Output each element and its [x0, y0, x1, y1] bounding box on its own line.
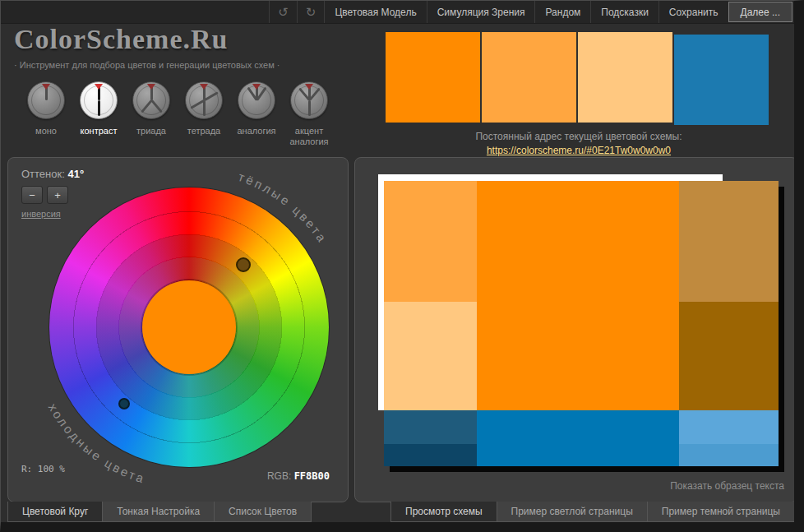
permalink-caption: Постоянный адрес текущей цветовой схемы: [386, 131, 772, 142]
preview-cell-mid-blue [679, 444, 779, 466]
preview-cell-brown [679, 302, 779, 410]
show-sample-text-link[interactable]: Показать образец текста [670, 480, 784, 492]
menu-item-hints[interactable]: Подсказки [590, 1, 658, 23]
color-wheel[interactable] [49, 187, 329, 467]
preview-cell-dark-tan [679, 181, 779, 302]
logo: ColorScheme.Ru · Инструмент для подбора … [14, 24, 280, 70]
scheme-mode-selector: моно контраст триада тетрада аналогия [22, 81, 333, 147]
dial-pointer-icon [305, 84, 313, 90]
color-wheel-panel: Оттенок: 41° − + инверсия тёплые цвета х… [7, 157, 349, 502]
menu-item-color-model[interactable]: Цветовая Модель [324, 1, 426, 23]
site-title: ColorScheme.Ru [14, 24, 280, 55]
preview-panel-tabs: Просмотр схемы Пример светлой страницы П… [354, 502, 798, 522]
mono-dial-icon [27, 81, 65, 119]
tab-color-list[interactable]: Список Цветов [214, 502, 312, 522]
preview-cell-light-blue [679, 410, 779, 444]
preview-cell-navy [384, 444, 477, 466]
colorscheme-app: ↺ ↻ Цветовая Модель Симуляция Зрения Ран… [0, 0, 804, 532]
mode-label: контраст [75, 126, 122, 136]
mode-label: триада [127, 126, 175, 136]
preview-cell-dark-teal [384, 410, 477, 444]
top-menubar: ↺ ↻ Цветовая Модель Симуляция Зрения Ран… [1, 1, 794, 24]
tab-scheme-view[interactable]: Просмотр схемы [390, 502, 497, 522]
tab-fine-tuning[interactable]: Тонкая Настройка [102, 502, 215, 522]
permalink-url[interactable]: https://colorscheme.ru/#0E21Tw0w0w0w0 [386, 145, 772, 156]
tab-color-wheel[interactable]: Цветовой Круг [7, 502, 103, 522]
undo-icon[interactable]: ↺ [269, 1, 297, 23]
mode-label: тетрада [180, 126, 228, 136]
hue-plus-button[interactable]: + [47, 186, 68, 204]
wheel-panel-tabs: Цветовой Круг Тонкая Настройка Список Цв… [7, 502, 312, 522]
selected-color-disc [142, 280, 236, 374]
r-percent: R: 100 % [21, 463, 65, 475]
analogous-dial-icon [238, 81, 275, 119]
hue-readout: Оттенок: 41° [21, 168, 84, 180]
dial-pointer-icon [200, 84, 208, 90]
preview-cell-bright-blue [477, 410, 679, 466]
accent-analogous-dial-icon [290, 81, 328, 119]
preview-color-grid [384, 181, 779, 466]
primary-hue-marker[interactable] [236, 257, 251, 272]
current-scheme-palette: Постоянный адрес текущей цветовой схемы:… [386, 32, 772, 156]
rgb-hex-readout: RGB: FF8B00 [267, 470, 330, 482]
dial-pointer-icon [252, 84, 261, 90]
triad-dial-icon [132, 81, 170, 119]
tab-light-page-example[interactable]: Пример светлой страницы [497, 502, 648, 522]
mode-contrast[interactable]: контраст [75, 81, 122, 147]
swatch-contrast-blue [674, 35, 769, 125]
hue-minus-button[interactable]: − [21, 186, 43, 204]
mode-triad[interactable]: триада [127, 81, 175, 147]
dial-pointer-icon [95, 84, 103, 90]
contrast-dial-icon [80, 81, 118, 119]
scheme-preview [378, 174, 784, 472]
mode-label: акцент аналогия [285, 126, 333, 147]
tetrad-dial-icon [185, 81, 223, 119]
mode-mono[interactable]: моно [22, 81, 70, 147]
invert-link[interactable]: инверсия [21, 209, 61, 219]
contrast-hue-marker[interactable] [118, 398, 130, 409]
scheme-swatches [386, 32, 772, 123]
swatch-primary [386, 32, 480, 123]
menu-item-random[interactable]: Рандом [534, 1, 590, 23]
rgb-hex-value: FF8B00 [294, 470, 330, 482]
menu-item-next[interactable]: Далее ... [728, 2, 793, 22]
mode-label: аналогия [233, 126, 280, 136]
site-subtitle: · Инструмент для подбора цветов и генера… [14, 60, 280, 70]
scheme-preview-panel: Показать образец текста [354, 157, 798, 502]
mode-label: моно [22, 126, 70, 136]
hue-value: 41° [67, 168, 84, 180]
dial-pointer-icon [42, 84, 50, 90]
swatch-light [482, 32, 576, 123]
swatch-pale [578, 32, 672, 123]
preview-cell-primary-orange [477, 181, 679, 410]
mode-analogous[interactable]: аналогия [233, 81, 280, 147]
mode-accent-analogous[interactable]: акцент аналогия [285, 81, 333, 147]
menu-item-vision-simulation[interactable]: Симуляция Зрения [427, 1, 535, 23]
menu-item-save[interactable]: Сохранить [658, 1, 728, 23]
redo-icon[interactable]: ↻ [297, 1, 325, 23]
dial-pointer-icon [147, 84, 155, 90]
preview-cell-light-orange [384, 181, 477, 302]
mode-tetrad[interactable]: тетрада [180, 81, 228, 147]
preview-cell-pale-orange [384, 302, 477, 410]
tab-dark-page-example[interactable]: Пример темной страницы [647, 502, 795, 522]
